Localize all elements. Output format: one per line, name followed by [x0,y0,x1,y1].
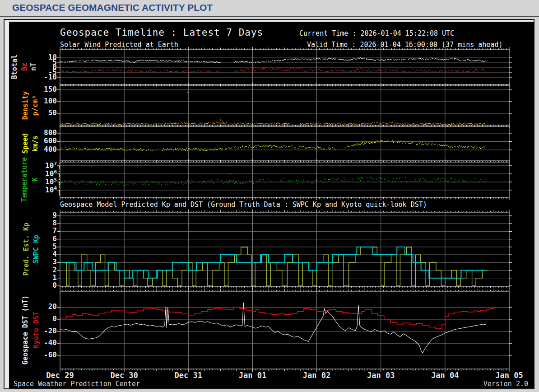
axis-label: Density [21,86,31,125]
footer-source: Space Weather Prediction Center [14,380,140,388]
x-tick-label: Dec 30 [104,371,144,380]
axis-label: Btotal [10,50,20,84]
axis-label: SWPC Kp [32,212,42,286]
solar-wind-subtitle: Solar Wind Predicted at Earth [60,41,178,49]
axis-label: nT [29,50,39,84]
page: GEOSPACE GEOMAGNETIC ACTIVITY PLOT 1050-… [0,0,539,392]
axis-label: p/cm³ [31,86,41,125]
axis-label: Geospace DST (nT) [21,291,31,369]
kp-dst-subtitle: Geospace Model Predicted Kp and DST (Gro… [60,201,427,209]
valid-time-label: Valid Time : 2026-01-04 16:00:00 (37 min… [307,41,502,49]
plot-image: 1050-5-10BtotalBznT15010050Densityp/cm³8… [9,22,534,388]
axis-label: K [31,162,41,197]
axis-label: Pred. Est. Kp [22,212,32,286]
axis-label: km/s [31,126,41,161]
x-tick-label: Dec 31 [168,371,209,380]
current-time-label: Current Time : 2026-01-04 15:22:08 UTC [299,30,454,37]
x-tick-label: Jan 02 [297,371,337,380]
x-tick-label: Jan 05 [489,371,530,380]
axis-label: Bz [20,50,30,84]
x-tick-label: Jan 01 [232,371,273,380]
axis-label: Speed [21,126,31,161]
x-tick-label: Jan 04 [425,371,465,380]
chart-title: Geospace Timeline : Latest 7 Days [60,27,263,38]
x-tick-label: Jan 03 [361,371,401,380]
footer-version: Version 2.0 [483,380,528,388]
x-tick-label: Dec 29 [40,371,80,380]
axis-label: Temperature [20,162,30,197]
page-header: GEOSPACE GEOMAGNETIC ACTIVITY PLOT [0,0,539,17]
plot-frame: 1050-5-10BtotalBznT15010050Densityp/cm³8… [4,19,534,389]
page-title: GEOSPACE GEOMAGNETIC ACTIVITY PLOT [12,2,213,13]
axis-label: Kyoto DST [32,291,42,369]
